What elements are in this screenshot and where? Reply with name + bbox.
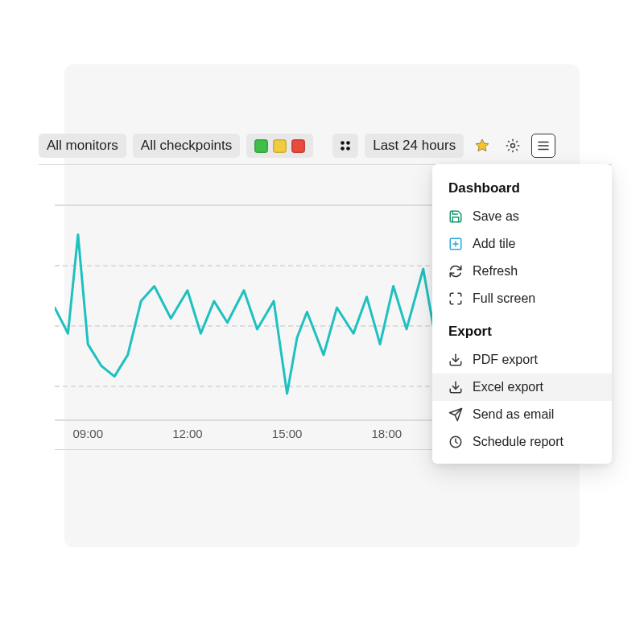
- chart-bottom-divider: [55, 449, 486, 450]
- svg-point-0: [341, 141, 345, 145]
- full-screen-label: Full screen: [473, 291, 535, 306]
- send-email-item[interactable]: Send as email: [432, 401, 612, 428]
- dropdown-section-export: Export: [432, 320, 612, 346]
- favorite-button[interactable]: [470, 134, 494, 158]
- clock-icon: [448, 435, 463, 449]
- pdf-export-label: PDF export: [473, 353, 538, 367]
- x-axis-tick-label: 09:00: [72, 427, 103, 440]
- checkpoints-filter[interactable]: All checkpoints: [133, 134, 240, 158]
- star-icon: [474, 138, 490, 154]
- chart-area: [55, 204, 486, 446]
- gear-icon: [505, 138, 521, 154]
- schedule-report-label: Schedule report: [473, 435, 564, 449]
- checkpoints-filter-label: All checkpoints: [141, 138, 232, 154]
- timerange-filter[interactable]: Last 24 hours: [365, 134, 464, 158]
- view-grid-button[interactable]: [332, 134, 358, 158]
- refresh-item[interactable]: Refresh: [432, 258, 612, 285]
- timerange-label: Last 24 hours: [373, 138, 456, 154]
- fullscreen-icon: [448, 291, 463, 306]
- save-icon: [448, 209, 463, 224]
- x-axis-tick-label: 18:00: [372, 427, 402, 440]
- line-chart: [55, 204, 486, 446]
- send-icon: [448, 407, 463, 422]
- full-screen-item[interactable]: Full screen: [432, 285, 612, 312]
- excel-export-item[interactable]: Excel export: [432, 374, 612, 401]
- dropdown-section-dashboard: Dashboard: [432, 177, 612, 203]
- svg-point-2: [341, 147, 345, 151]
- send-email-label: Send as email: [473, 407, 554, 422]
- plus-square-icon: [448, 237, 463, 251]
- status-red-icon: [291, 139, 305, 153]
- add-tile-item[interactable]: Add tile: [432, 230, 612, 258]
- status-yellow-icon: [273, 139, 287, 153]
- svg-point-1: [346, 141, 350, 145]
- status-green-icon: [254, 139, 268, 153]
- monitors-filter-label: All monitors: [47, 138, 118, 154]
- schedule-report-item[interactable]: Schedule report: [432, 428, 612, 456]
- svg-point-4: [511, 144, 515, 148]
- hamburger-icon: [536, 138, 551, 153]
- refresh-label: Refresh: [473, 264, 518, 279]
- add-tile-label: Add tile: [473, 237, 515, 251]
- save-as-item[interactable]: Save as: [432, 203, 612, 230]
- menu-button[interactable]: [531, 134, 555, 158]
- grid-icon: [339, 139, 352, 152]
- status-filter[interactable]: [246, 134, 313, 158]
- save-as-label: Save as: [473, 209, 519, 224]
- x-axis-tick-label: 15:00: [272, 427, 303, 440]
- x-axis-tick-label: 12:00: [172, 427, 203, 440]
- svg-point-3: [346, 147, 350, 151]
- download-icon: [448, 380, 463, 394]
- settings-button[interactable]: [501, 134, 525, 158]
- monitors-filter[interactable]: All monitors: [39, 134, 126, 158]
- x-axis-labels: 09:0012:0015:0018:00: [55, 427, 486, 443]
- hamburger-dropdown: Dashboard Save as Add tile: [432, 164, 612, 464]
- excel-export-label: Excel export: [473, 380, 543, 394]
- pdf-export-item[interactable]: PDF export: [432, 346, 612, 374]
- toolbar: All monitors All checkpoints Last 24 hou…: [39, 134, 612, 158]
- download-icon: [448, 353, 463, 367]
- refresh-icon: [448, 264, 463, 279]
